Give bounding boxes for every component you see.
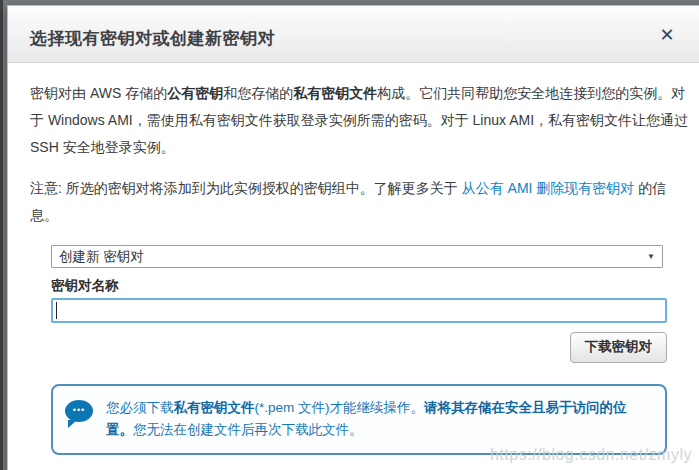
description-text: 和您存储的 [223, 85, 293, 101]
notice-segment: (*.pem 文件)才能继续操作。 [255, 400, 425, 415]
keypair-name-input[interactable] [51, 298, 667, 323]
keypair-form: 创建新 密钥对 ▼ 密钥对名称 下载密钥对 [51, 245, 667, 363]
keypair-source-select-value: 创建新 密钥对 [59, 248, 144, 266]
keypair-name-label: 密钥对名称 [51, 277, 667, 295]
text-cursor [56, 302, 57, 319]
note-paragraph: 注意: 所选的密钥对将添加到为此实例授权的密钥组中。了解更多关于 从公有 AMI… [30, 175, 689, 229]
keypair-description-paragraph: 密钥对由 AWS 存储的公有密钥和您存储的私有密钥文件构成。它们共同帮助您安全地… [30, 80, 689, 161]
description-text: 密钥对由 AWS 存储的 [30, 85, 167, 101]
public-key-bold-text: 公有密钥 [167, 85, 223, 101]
dialog-title: 选择现有密钥对或创建新密钥对 [30, 27, 685, 50]
note-text: 注意: 所选的密钥对将添加到为此实例授权的密钥组中。了解更多关于 [30, 180, 462, 196]
speech-bubble-icon: ••• [65, 400, 93, 425]
notice-segment: 您无法在创建文件后再次下载此文件。 [133, 422, 363, 437]
keypair-source-select[interactable]: 创建新 密钥对 ▼ [51, 245, 663, 268]
download-row: 下载密钥对 [51, 332, 667, 363]
notice-text: 您必须下载私有密钥文件(*.pem 文件)才能继续操作。请将其存储在安全且易于访… [106, 397, 651, 441]
download-keypair-button[interactable]: 下载密钥对 [570, 332, 668, 363]
dialog-header: 选择现有密钥对或创建新密钥对 ✕ [8, 6, 699, 63]
dialog-body: 密钥对由 AWS 存储的公有密钥和您存储的私有密钥文件构成。它们共同帮助您安全地… [8, 63, 699, 470]
notice-bold-private-key: 私有密钥文件 [174, 400, 255, 415]
keypair-name-input-wrap [51, 298, 667, 323]
notice-segment: 您必须下载 [106, 400, 174, 415]
close-icon[interactable]: ✕ [655, 23, 679, 47]
private-key-bold-text: 私有密钥文件 [293, 85, 377, 101]
download-notice-box: ••• 您必须下载私有密钥文件(*.pem 文件)才能继续操作。请将其存储在安全… [51, 384, 667, 455]
speech-bubble-tail [68, 420, 77, 428]
remove-keypair-link[interactable]: 从公有 AMI 删除现有密钥对 [462, 180, 635, 196]
speech-bubble-dots: ••• [65, 400, 93, 422]
keypair-dialog: 选择现有密钥对或创建新密钥对 ✕ 密钥对由 AWS 存储的公有密钥和您存储的私有… [7, 5, 699, 470]
chevron-down-icon: ▼ [647, 252, 655, 261]
page-background-edge [0, 0, 3, 470]
